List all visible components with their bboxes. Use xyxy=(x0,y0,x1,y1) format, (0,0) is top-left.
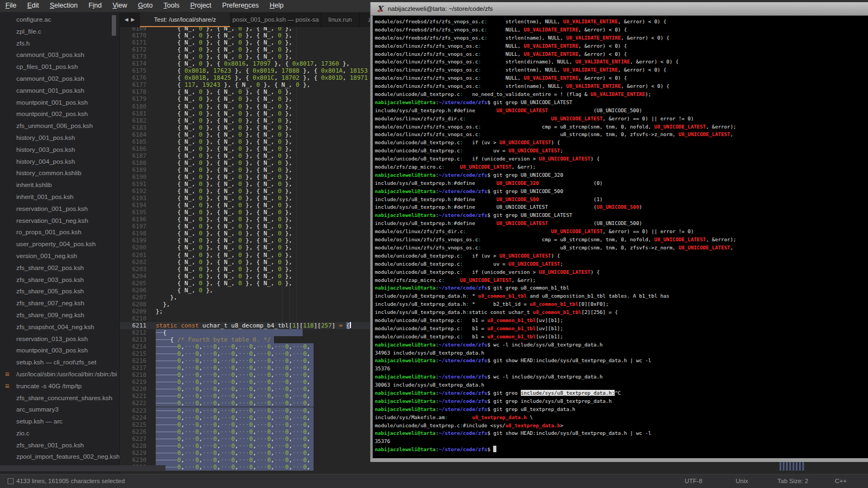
code-line[interactable]: 6199 { N_, 0 }, { N_, 0 }, { N_, 0 }, xyxy=(119,237,379,244)
code-line[interactable]: 6203 { N_, 0 }, { N_, 0 }, { N_, 0 }, xyxy=(119,266,379,273)
code-line[interactable]: 6189 { N_, 0 }, { N_, 0 }, { N_, 0 }, xyxy=(119,166,379,174)
code-line[interactable]: 6214──────0,···0,···0,···0,···0,···0,···… xyxy=(119,343,379,350)
code-line[interactable]: 6169 { N_, 0 }, { N_, 0 }, { N_, 0 }, xyxy=(119,27,379,32)
code-line[interactable]: 6198 { N_, 0 }, { N_, 0 }, { N_, 0 }, xyxy=(119,230,379,237)
sidebar-item[interactable]: canmount_002_pos.ksh xyxy=(0,73,119,85)
code-line[interactable]: 6197 { N_, 0 }, { N_, 0 }, { N_, 0 }, xyxy=(119,223,379,230)
code-line[interactable]: 6220──────0,···0,···0,···0,···0,···0,···… xyxy=(119,386,379,393)
code-line[interactable]: 6193 { N_, 0 }, { N_, 0 }, { N_, 0 }, xyxy=(119,195,379,202)
code-line[interactable]: 6178 { N_, 0 }, { N_, 0 }, { N_, 0 }, xyxy=(119,88,379,95)
sidebar-item[interactable]: zfs_share_005_pos.ksh xyxy=(0,286,119,298)
code-line[interactable]: 6225──────0,···0,···0,···0,···0,···0,···… xyxy=(119,421,379,428)
status-unix[interactable]: Unix xyxy=(736,474,748,487)
sidebar-item[interactable]: zpl_file.c xyxy=(0,26,119,38)
sidebar-item[interactable]: reservation_001_neg.ksh xyxy=(0,215,119,227)
sidebar-item[interactable]: zfs_share_001_pos.ksh xyxy=(0,440,119,452)
sidebar-item[interactable]: version_001_neg.ksh xyxy=(0,251,119,262)
sidebar-item[interactable]: ≡/usr/local/sbin:/usr/local/bin:/sbin:/b… xyxy=(0,369,119,381)
code-line[interactable]: 6175 { 0x8018, 17623 }, { 0x8019, 17888 … xyxy=(119,67,379,74)
code-line[interactable]: 6185 { N_, 0 }, { N_, 0 }, { N_, 0 }, xyxy=(119,138,379,145)
editor-tab-1[interactable]: Test: /usr/local/share/z xyxy=(140,12,231,27)
status-utf-8[interactable]: UTF-8 xyxy=(685,474,703,487)
menu-item-selection[interactable]: Selection xyxy=(44,0,83,12)
sidebar-item[interactable]: configure.ac xyxy=(0,14,119,26)
menu-item-tools[interactable]: Tools xyxy=(158,0,184,12)
sidebar-item[interactable]: zpool_import_features_002_neg.ksh xyxy=(0,451,119,463)
sidebar-item[interactable]: setup.ksh — arc xyxy=(0,416,119,428)
code-line[interactable]: 6207 }, xyxy=(119,294,379,301)
sidebar-item[interactable]: mountpoint_003_pos.ksh xyxy=(0,345,119,357)
code-line[interactable]: 6194 { N_, 0 }, { N_, 0 }, { N_, 0 }, xyxy=(119,202,379,209)
code-line[interactable]: 6179 { N_, 0 }, { N_, 0 }, { N_, 0 }, xyxy=(119,95,379,102)
sidebar-item[interactable]: zio.c xyxy=(0,428,119,440)
sidebar-item[interactable]: zfs_share_concurrent_shares.ksh xyxy=(0,393,119,404)
code-line[interactable]: 6228──────0,···0,···0,···0,···0,···0,···… xyxy=(119,442,379,450)
menu-item-view[interactable]: View xyxy=(107,0,132,12)
code-line[interactable]: 6205 { N_, 0 }, { N_, 0 }, { N_, 0 }, xyxy=(119,280,379,287)
code-line[interactable]: 6195 { N_, 0 }, { N_, 0 }, { N_, 0 }, xyxy=(119,209,379,216)
menu-item-goto[interactable]: Goto xyxy=(132,0,158,12)
status-tab-size-2[interactable]: Tab Size: 2 xyxy=(777,474,808,487)
code-line[interactable]: 6208 }, xyxy=(119,301,379,308)
sidebar-item[interactable]: reservation_013_pos.ksh xyxy=(0,333,119,345)
status-c-[interactable]: C++ xyxy=(835,474,847,487)
sidebar-item[interactable]: setup.ksh — cli_root\zfs_set xyxy=(0,357,119,369)
code-line[interactable]: 6229──────0,···0,···0,···0,···0,···0,···… xyxy=(119,450,379,457)
sidebar-item[interactable]: arc_summary3 xyxy=(0,404,119,416)
code-line[interactable]: 6174 { N_, 0 }, { 0x8016, 17097 }, { 0x8… xyxy=(119,60,379,67)
sidebar-item[interactable]: ≡truncate -s 40G /tmp/tp xyxy=(0,381,119,393)
code-line[interactable]: 6218──────0,···0,···0,···0,···0,···0,···… xyxy=(119,371,379,378)
code-line[interactable]: 6202 { N_, 0 }, { N_, 0 }, { N_, 0 }, xyxy=(119,259,379,266)
code-line[interactable]: 6213────{ /* Fourth byte table 0. */ xyxy=(119,336,379,343)
code-line[interactable]: 6219──────0,···0,···0,···0,···0,···0,···… xyxy=(119,378,379,386)
sidebar-item[interactable]: history_004_pos.ksh xyxy=(0,156,119,168)
code-line[interactable]: 6190 { N_, 0 }, { N_, 0 }, { N_, 0 }, xyxy=(119,174,379,181)
code-line[interactable]: 6210 xyxy=(119,315,379,322)
code-line[interactable]: 6177 { 117, 19243 }, { N_, 0 }, { N_, 0 … xyxy=(119,81,379,88)
code-line[interactable]: 6215──────0,···0,···0,···0,···0,···0,···… xyxy=(119,350,379,357)
code-line[interactable]: 6211static const uchar_t u8_decomp_b4_tb… xyxy=(119,322,379,329)
sidebar-item[interactable]: zfs_share_009_neg.ksh xyxy=(0,310,119,322)
sidebar-item[interactable]: user_property_004_pos.ksh xyxy=(0,239,119,251)
editor-tab-3[interactable]: linux.run xyxy=(321,12,360,27)
code-line[interactable]: 6187 { N_, 0 }, { N_, 0 }, { N_, 0 }, xyxy=(119,152,379,159)
menu-item-find[interactable]: Find xyxy=(83,0,107,12)
tab-scroll-left-icon[interactable]: ◀ xyxy=(125,17,129,22)
menu-item-edit[interactable]: Edit xyxy=(22,0,44,12)
code-line[interactable]: 6186 { N_, 0 }, { N_, 0 }, { N_, 0 }, xyxy=(119,145,379,152)
terminal-window[interactable]: X nabijaczleweli@tarta: ~/store/code/zfs… xyxy=(370,2,868,462)
code-line[interactable]: 6209}; xyxy=(119,308,379,315)
code-line[interactable]: 6170 { N_, 0 }, { N_, 0 }, { N_, 0 }, xyxy=(119,32,379,39)
code-line[interactable]: 6201 { N_, 0 }, { N_, 0 }, { N_, 0 }, xyxy=(119,252,379,259)
sidebar-item[interactable]: zfs.h xyxy=(0,38,119,50)
code-line[interactable]: 6180 { N_, 0 }, { N_, 0 }, { N_, 0 }, xyxy=(119,103,379,110)
sidebar-item[interactable]: canmount_001_pos.ksh xyxy=(0,85,119,97)
code-line[interactable]: 6191 { N_, 0 }, { N_, 0 }, { N_, 0 }, xyxy=(119,181,379,188)
sidebar-scrollbar-thumb[interactable] xyxy=(112,15,116,36)
code-line[interactable]: 6172 { N_, 0 }, { N_, 0 }, { N_, 0 }, xyxy=(119,46,379,53)
sidebar-item[interactable]: cp_files_001_pos.ksh xyxy=(0,61,119,73)
code-line[interactable]: 6176 { 0x801B, 18425 }, { 0x801C, 18702 … xyxy=(119,74,379,81)
sidebar-item[interactable]: reservation_001_pos.ksh xyxy=(0,203,119,215)
code-line[interactable]: 6188 { N_, 0 }, { N_, 0 }, { N_, 0 }, xyxy=(119,159,379,166)
sidebar-item[interactable]: zfs_snapshot_004_neg.ksh xyxy=(0,322,119,333)
code-line[interactable]: 6200 { N_, 0 }, { N_, 0 }, { N_, 0 }, xyxy=(119,244,379,251)
code-line[interactable]: 6196 { N_, 0 }, { N_, 0 }, { N_, 0 }, xyxy=(119,216,379,223)
sidebar-item[interactable]: ro_props_001_pos.ksh xyxy=(0,227,119,239)
sidebar-item[interactable]: inherit_001_pos.ksh xyxy=(0,191,119,203)
sidebar-item[interactable]: zfs_share_002_pos.ksh xyxy=(0,262,119,274)
code-line[interactable]: 6181 { N_, 0 }, { N_, 0 }, { N_, 0 }, xyxy=(119,110,379,117)
menu-item-preferences[interactable]: Preferences xyxy=(217,0,264,12)
terminal-body[interactable]: module/os/freebsd/zfs/zfs_vnops_os.c: st… xyxy=(371,16,868,458)
sidebar-item[interactable]: inherit.kshlib xyxy=(0,179,119,191)
code-line[interactable]: 6184 { N_, 0 }, { N_, 0 }, { N_, 0 }, xyxy=(119,131,379,138)
terminal-scrollbar[interactable] xyxy=(371,16,373,458)
menu-item-project[interactable]: Project xyxy=(185,0,217,12)
sidebar-item[interactable]: mountpoint_002_pos.ksh xyxy=(0,108,119,120)
sidebar-item[interactable]: zfs_unmount_006_pos.ksh xyxy=(0,120,119,132)
editor-tab-2[interactable]: posix_001_pos.ksh — posix-sa xyxy=(231,12,321,27)
terminal-title-bar[interactable]: X nabijaczleweli@tarta: ~/store/code/zfs xyxy=(371,2,868,16)
code-line[interactable]: 6224──────0,···0,···0,···0,···0,···0,···… xyxy=(119,414,379,421)
menu-item-help[interactable]: Help xyxy=(264,0,289,12)
sidebar-item[interactable]: history_common.kshlib xyxy=(0,168,119,179)
